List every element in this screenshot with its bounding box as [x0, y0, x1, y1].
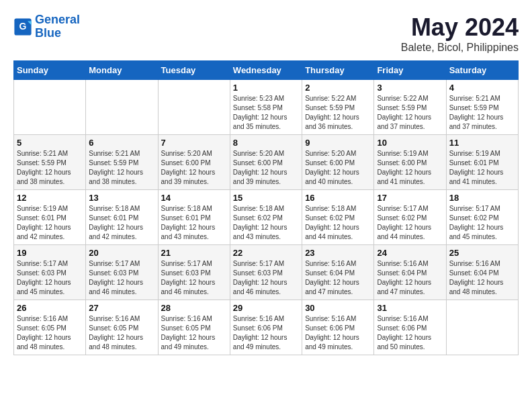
day-info: Sunrise: 5:20 AMSunset: 6:00 PMDaylight:…	[233, 149, 299, 187]
main-title: May 2024	[401, 13, 519, 42]
calendar-cell: 20 Sunrise: 5:17 AMSunset: 6:03 PMDaylig…	[86, 245, 158, 300]
calendar-cell: 22 Sunrise: 5:17 AMSunset: 6:03 PMDaylig…	[230, 245, 302, 300]
day-number: 23	[305, 248, 371, 258]
day-info: Sunrise: 5:17 AMSunset: 6:03 PMDaylight:…	[89, 259, 154, 297]
day-info: Sunrise: 5:16 AMSunset: 6:05 PMDaylight:…	[161, 314, 227, 352]
day-number: 29	[233, 303, 299, 313]
weekday-header-row: SundayMondayTuesdayWednesdayThursdayFrid…	[14, 61, 519, 80]
calendar-cell: 19 Sunrise: 5:17 AMSunset: 6:03 PMDaylig…	[14, 245, 86, 300]
calendar-cell: 9 Sunrise: 5:20 AMSunset: 6:00 PMDayligh…	[302, 135, 374, 190]
calendar-cell: 1 Sunrise: 5:23 AMSunset: 5:58 PMDayligh…	[230, 80, 302, 135]
calendar-cell: 5 Sunrise: 5:21 AMSunset: 5:59 PMDayligh…	[14, 135, 86, 190]
day-number: 11	[449, 138, 515, 148]
calendar-cell: 24 Sunrise: 5:16 AMSunset: 6:04 PMDaylig…	[374, 245, 446, 300]
calendar-cell: 16 Sunrise: 5:18 AMSunset: 6:02 PMDaylig…	[302, 190, 374, 245]
day-info: Sunrise: 5:18 AMSunset: 6:02 PMDaylight:…	[233, 204, 299, 242]
calendar-cell: 13 Sunrise: 5:18 AMSunset: 6:01 PMDaylig…	[86, 190, 158, 245]
calendar-cell: 26 Sunrise: 5:16 AMSunset: 6:05 PMDaylig…	[14, 300, 86, 355]
calendar-cell: 11 Sunrise: 5:19 AMSunset: 6:01 PMDaylig…	[446, 135, 518, 190]
day-info: Sunrise: 5:16 AMSunset: 6:04 PMDaylight:…	[377, 259, 443, 297]
calendar-table: SundayMondayTuesdayWednesdayThursdayFrid…	[13, 60, 519, 355]
subtitle: Balete, Bicol, Philippines	[401, 42, 519, 54]
calendar-cell: 31 Sunrise: 5:16 AMSunset: 6:06 PMDaylig…	[374, 300, 446, 355]
day-number: 10	[377, 138, 443, 148]
calendar-cell	[14, 80, 86, 135]
week-row-1: 1 Sunrise: 5:23 AMSunset: 5:58 PMDayligh…	[14, 80, 519, 135]
weekday-header-friday: Friday	[374, 61, 446, 80]
weekday-header-saturday: Saturday	[446, 61, 518, 80]
day-info: Sunrise: 5:20 AMSunset: 6:00 PMDaylight:…	[161, 149, 227, 187]
weekday-header-thursday: Thursday	[302, 61, 374, 80]
calendar-cell: 21 Sunrise: 5:17 AMSunset: 6:03 PMDaylig…	[158, 245, 230, 300]
day-number: 30	[305, 303, 371, 313]
day-info: Sunrise: 5:22 AMSunset: 5:59 PMDaylight:…	[377, 94, 443, 132]
weekday-header-monday: Monday	[86, 61, 158, 80]
weekday-header-sunday: Sunday	[14, 61, 86, 80]
calendar-cell: 4 Sunrise: 5:21 AMSunset: 5:59 PMDayligh…	[446, 80, 518, 135]
weekday-header-wednesday: Wednesday	[230, 61, 302, 80]
logo-icon: G	[13, 17, 32, 36]
day-number: 5	[17, 138, 83, 148]
logo: G General Blue	[13, 13, 80, 40]
day-number: 15	[233, 193, 299, 203]
day-number: 21	[161, 248, 227, 258]
day-number: 22	[233, 248, 299, 258]
week-row-4: 19 Sunrise: 5:17 AMSunset: 6:03 PMDaylig…	[14, 245, 519, 300]
day-info: Sunrise: 5:20 AMSunset: 6:00 PMDaylight:…	[305, 149, 371, 187]
day-info: Sunrise: 5:22 AMSunset: 5:59 PMDaylight:…	[305, 94, 371, 132]
day-number: 7	[161, 138, 227, 148]
calendar-cell: 2 Sunrise: 5:22 AMSunset: 5:59 PMDayligh…	[302, 80, 374, 135]
day-info: Sunrise: 5:16 AMSunset: 6:05 PMDaylight:…	[89, 314, 154, 352]
day-number: 27	[89, 303, 154, 313]
day-number: 26	[17, 303, 83, 313]
calendar-cell: 23 Sunrise: 5:16 AMSunset: 6:04 PMDaylig…	[302, 245, 374, 300]
calendar-cell: 10 Sunrise: 5:19 AMSunset: 6:00 PMDaylig…	[374, 135, 446, 190]
week-row-3: 12 Sunrise: 5:19 AMSunset: 6:01 PMDaylig…	[14, 190, 519, 245]
calendar-cell: 25 Sunrise: 5:16 AMSunset: 6:04 PMDaylig…	[446, 245, 518, 300]
calendar-cell: 29 Sunrise: 5:16 AMSunset: 6:06 PMDaylig…	[230, 300, 302, 355]
day-info: Sunrise: 5:17 AMSunset: 6:02 PMDaylight:…	[377, 204, 443, 242]
day-number: 19	[17, 248, 83, 258]
calendar-cell: 27 Sunrise: 5:16 AMSunset: 6:05 PMDaylig…	[86, 300, 158, 355]
day-info: Sunrise: 5:16 AMSunset: 6:05 PMDaylight:…	[17, 314, 83, 352]
day-number: 28	[161, 303, 227, 313]
week-row-2: 5 Sunrise: 5:21 AMSunset: 5:59 PMDayligh…	[14, 135, 519, 190]
day-number: 18	[449, 193, 515, 203]
day-info: Sunrise: 5:17 AMSunset: 6:03 PMDaylight:…	[233, 259, 299, 297]
calendar-cell: 30 Sunrise: 5:16 AMSunset: 6:06 PMDaylig…	[302, 300, 374, 355]
weekday-header-tuesday: Tuesday	[158, 61, 230, 80]
day-info: Sunrise: 5:17 AMSunset: 6:03 PMDaylight:…	[161, 259, 227, 297]
day-info: Sunrise: 5:19 AMSunset: 6:00 PMDaylight:…	[377, 149, 443, 187]
page-header: G General Blue May 2024 Balete, Bicol, P…	[13, 13, 519, 54]
calendar-cell	[86, 80, 158, 135]
day-info: Sunrise: 5:18 AMSunset: 6:01 PMDaylight:…	[161, 204, 227, 242]
day-number: 17	[377, 193, 443, 203]
calendar-cell: 3 Sunrise: 5:22 AMSunset: 5:59 PMDayligh…	[374, 80, 446, 135]
day-info: Sunrise: 5:21 AMSunset: 5:59 PMDaylight:…	[449, 94, 515, 132]
day-number: 4	[449, 83, 515, 93]
calendar-cell: 15 Sunrise: 5:18 AMSunset: 6:02 PMDaylig…	[230, 190, 302, 245]
day-info: Sunrise: 5:17 AMSunset: 6:03 PMDaylight:…	[17, 259, 83, 297]
title-area: May 2024 Balete, Bicol, Philippines	[401, 13, 519, 54]
calendar-cell: 14 Sunrise: 5:18 AMSunset: 6:01 PMDaylig…	[158, 190, 230, 245]
logo-text: General Blue	[35, 13, 80, 40]
svg-text:G: G	[19, 21, 27, 32]
day-number: 24	[377, 248, 443, 258]
day-number: 8	[233, 138, 299, 148]
day-number: 13	[89, 193, 154, 203]
day-number: 12	[17, 193, 83, 203]
day-info: Sunrise: 5:18 AMSunset: 6:02 PMDaylight:…	[305, 204, 371, 242]
calendar-cell: 18 Sunrise: 5:17 AMSunset: 6:02 PMDaylig…	[446, 190, 518, 245]
day-info: Sunrise: 5:21 AMSunset: 5:59 PMDaylight:…	[89, 149, 154, 187]
day-info: Sunrise: 5:16 AMSunset: 6:04 PMDaylight:…	[449, 259, 515, 297]
day-number: 31	[377, 303, 443, 313]
day-info: Sunrise: 5:17 AMSunset: 6:02 PMDaylight:…	[449, 204, 515, 242]
day-info: Sunrise: 5:16 AMSunset: 6:06 PMDaylight:…	[233, 314, 299, 352]
day-info: Sunrise: 5:18 AMSunset: 6:01 PMDaylight:…	[89, 204, 154, 242]
day-info: Sunrise: 5:23 AMSunset: 5:58 PMDaylight:…	[233, 94, 299, 132]
day-number: 16	[305, 193, 371, 203]
day-number: 25	[449, 248, 515, 258]
day-info: Sunrise: 5:16 AMSunset: 6:06 PMDaylight:…	[377, 314, 443, 352]
week-row-5: 26 Sunrise: 5:16 AMSunset: 6:05 PMDaylig…	[14, 300, 519, 355]
day-info: Sunrise: 5:21 AMSunset: 5:59 PMDaylight:…	[17, 149, 83, 187]
